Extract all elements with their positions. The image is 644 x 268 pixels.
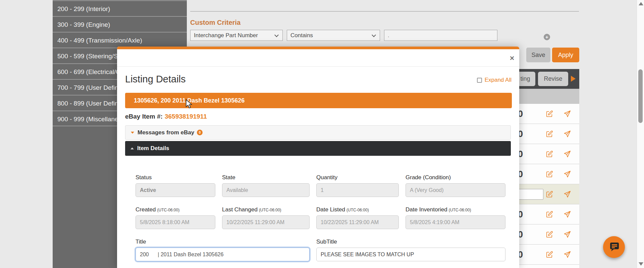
criteria-field-select[interactable]: Interchange Part Number [190, 30, 283, 41]
custom-criteria-heading: Custom Criteria [190, 19, 240, 26]
title-field: Title [136, 239, 310, 261]
scroll-down-arrow[interactable] [639, 262, 643, 266]
criteria-field-value: Interchange Part Number [194, 32, 258, 39]
sidebar-item[interactable]: 200 - 299 (Interior) [53, 0, 187, 16]
last-changed-label: Last Changed(UTC-06:00) [222, 206, 310, 213]
created-input [136, 215, 215, 229]
messages-from-ebay-accordion[interactable]: Messages from eBay 0 [125, 125, 511, 140]
edit-icon[interactable] [546, 110, 553, 118]
table-header-band [510, 89, 579, 104]
edit-icon[interactable] [546, 251, 553, 258]
title-label: Title [136, 239, 310, 246]
add-criteria-button[interactable]: + [544, 34, 550, 40]
send-icon[interactable] [564, 150, 571, 158]
last-changed-tz: (UTC-06:00) [259, 208, 281, 212]
caret-down-icon [131, 132, 134, 134]
edit-icon[interactable] [546, 171, 553, 178]
chat-bubble-icon [608, 241, 620, 254]
date-inventoried-tz: (UTC-06:00) [449, 208, 471, 212]
quantity-field: Quantity [316, 174, 399, 197]
listing-details-modal: ✕ Listing Details Expand All 1305626, 20… [117, 47, 519, 268]
close-icon[interactable]: ✕ [509, 55, 515, 62]
page-title: Listing Details [125, 74, 186, 85]
date-inventoried-input [406, 215, 505, 229]
send-icon[interactable] [564, 191, 571, 198]
row-edit-input[interactable] [517, 189, 543, 200]
messages-count-badge: 0 [197, 130, 203, 135]
scrollbar-track [637, 0, 644, 268]
title-input[interactable] [136, 248, 310, 261]
state-label: State [222, 174, 310, 181]
play-arrow-icon[interactable] [571, 76, 576, 82]
table-row: 0 [510, 245, 579, 265]
modal-accent-strip [117, 47, 519, 49]
criteria-operator-select[interactable]: Contains [287, 30, 380, 41]
created-tz: (UTC-06:00) [157, 208, 179, 212]
item-details-accordion[interactable]: Item Details [125, 141, 511, 156]
listings-table: 0 0 [510, 104, 579, 268]
status-label: Status [136, 174, 215, 181]
criteria-value-input[interactable] [384, 30, 497, 41]
scroll-up-arrow[interactable] [639, 2, 643, 5]
quantity-input [316, 183, 399, 197]
state-field: State [222, 174, 310, 197]
grade-label: Grade (Condition) [406, 174, 505, 181]
table-row [510, 184, 579, 204]
table-row: 0 [510, 204, 579, 224]
edit-icon[interactable] [546, 150, 553, 158]
chevron-down-icon [372, 33, 376, 37]
quantity-label: Quantity [316, 174, 399, 181]
last-changed-input [222, 215, 310, 229]
sidebar-item[interactable]: 400 - 499 (Transmission/Axle) [53, 32, 187, 48]
ebay-item-line: eBay Item #:365938191911 [125, 113, 207, 120]
expand-all-label: Expand All [485, 77, 512, 83]
send-icon[interactable] [564, 171, 571, 178]
ebay-item-number-link[interactable]: 365938191911 [165, 113, 207, 120]
chat-button[interactable] [603, 236, 625, 258]
edit-icon[interactable] [546, 211, 553, 218]
state-input [222, 183, 310, 197]
panel-divider [190, 11, 579, 12]
last-changed-field: Last Changed(UTC-06:00) [222, 206, 310, 229]
edit-icon[interactable] [546, 130, 553, 138]
date-listed-input [316, 215, 399, 229]
chevron-down-icon [274, 33, 279, 37]
date-listed-field: Date Listed(UTC-06:00) [316, 206, 399, 229]
send-icon[interactable] [564, 231, 571, 238]
grade-field: Grade (Condition) [406, 174, 505, 197]
send-icon[interactable] [564, 110, 571, 118]
item-details-form: Status State Quantity Grade (Condition) [136, 174, 506, 268]
revise-button[interactable]: Revise [538, 72, 568, 86]
created-field: Created(UTC-06:00) [136, 206, 215, 229]
subtitle-field: SubTitle [316, 239, 505, 261]
save-button[interactable]: Save [526, 48, 550, 62]
subtitle-label: SubTitle [316, 239, 505, 246]
send-icon[interactable] [564, 211, 571, 218]
subtitle-input[interactable] [316, 248, 505, 261]
table-row: 0 [510, 144, 579, 164]
expand-all-toggle[interactable]: Expand All [477, 77, 512, 83]
table-row: 0 [510, 124, 579, 144]
date-inventoried-field: Date Inventoried(UTC-06:00) [406, 206, 505, 229]
expand-all-checkbox[interactable] [477, 78, 482, 83]
apply-button[interactable]: Apply [552, 48, 579, 62]
table-row: 0 [510, 224, 579, 245]
status-field: Status [136, 174, 215, 197]
item-details-label: Item Details [137, 145, 169, 152]
status-input [136, 183, 215, 197]
caret-up-icon [130, 147, 134, 149]
sidebar-item[interactable]: 300 - 399 (Engine) [53, 16, 187, 32]
send-icon[interactable] [564, 130, 571, 138]
grade-input [406, 183, 505, 197]
modal-header-divider [117, 66, 519, 67]
date-listed-tz: (UTC-06:00) [346, 208, 369, 212]
send-icon[interactable] [564, 251, 571, 258]
edit-icon[interactable] [546, 191, 553, 198]
criteria-operator-value: Contains [290, 32, 313, 39]
ebay-item-label: eBay Item #: [125, 113, 163, 120]
edit-icon[interactable] [546, 231, 553, 238]
screen: 200 - 299 (Interior)300 - 399 (Engine)40… [0, 0, 644, 268]
listing-item-header[interactable]: 1305626, 200 2011 Dash Bezel 1305626 [125, 93, 512, 108]
table-row: 0 [510, 104, 579, 124]
scrollbar-thumb[interactable] [638, 69, 643, 123]
